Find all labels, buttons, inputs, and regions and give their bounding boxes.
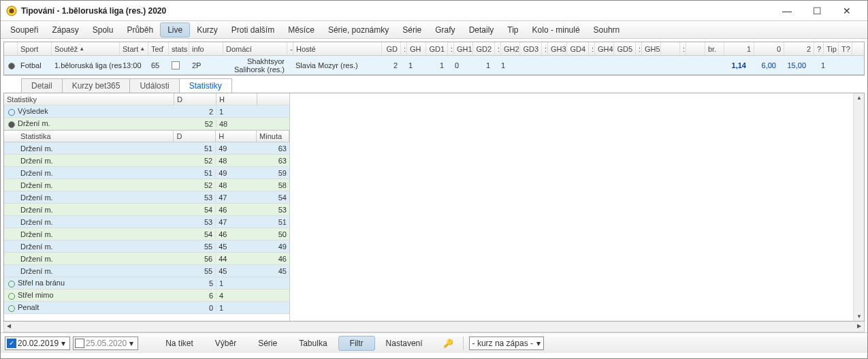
summary-row[interactable]: Střel mimo64 <box>4 290 289 302</box>
chevron-down-icon[interactable]: ▾ <box>59 339 68 348</box>
menu-série[interactable]: Série <box>396 21 428 38</box>
match-row[interactable]: Fotbal 1.běloruská liga (res 13:00 65 2P… <box>4 56 864 75</box>
menu-tip[interactable]: Tip <box>500 21 525 38</box>
menu-zápasy[interactable]: Zápasy <box>45 21 85 38</box>
vertical-scrollbar[interactable] <box>853 93 864 321</box>
menu-souhrn[interactable]: Souhrn <box>587 21 627 38</box>
detail-row[interactable]: Držení m.544650 <box>4 228 289 240</box>
chevron-down-icon: ▾ <box>536 339 541 348</box>
toolbar-série[interactable]: Série <box>247 336 288 351</box>
detail-row[interactable]: Držení m.534754 <box>4 191 289 204</box>
col-dash: - <box>287 42 293 55</box>
summary-row[interactable]: Výsledek21 <box>4 106 289 118</box>
menu-grafy[interactable]: Grafy <box>428 21 462 38</box>
menu-kolo - minulé[interactable]: Kolo - minulé <box>526 21 587 38</box>
tab-události[interactable]: Události <box>129 78 179 93</box>
tab-kurzy-bet365[interactable]: Kurzy bet365 <box>62 78 131 93</box>
menu-live[interactable]: Live <box>160 22 190 37</box>
odds-select[interactable]: - kurz na zápas - ▾ <box>469 337 544 350</box>
summary-row[interactable]: Držení m.5248 <box>4 118 289 130</box>
app-icon <box>6 5 17 16</box>
titlebar: Tipování - 1.běloruská liga (res.) 2020 … <box>1 1 867 21</box>
key-icon[interactable]: 🔑 <box>443 339 453 348</box>
menu-spolu[interactable]: Spolu <box>86 21 120 38</box>
menu-průběh[interactable]: Průběh <box>120 21 160 38</box>
menu-proti dalším[interactable]: Proti dalším <box>225 21 281 38</box>
col-hoste[interactable]: Hosté <box>293 42 382 55</box>
tab-statistiky[interactable]: Statistiky <box>179 78 232 93</box>
col-stats[interactable]: stats <box>169 42 189 55</box>
col-info[interactable]: info <box>189 42 223 55</box>
col-ted[interactable]: Teď <box>148 42 169 55</box>
detail-row[interactable]: Držení m.514959 <box>4 167 289 179</box>
detail-tabs: DetailKurzy bet365UdálostiStatistiky <box>21 78 867 93</box>
col-domaci[interactable]: Domácí <box>223 42 287 55</box>
minimize-button[interactable]: — <box>772 1 802 21</box>
expand-icon[interactable] <box>8 109 15 116</box>
date-from[interactable]: ✓ 20.02.2019 ▾ <box>5 337 70 350</box>
menu-kurzy[interactable]: Kurzy <box>190 21 225 38</box>
bottom-toolbar: ✓ 20.02.2019 ▾ 25.05.2020 ▾ Na tiketVýbě… <box>1 332 867 353</box>
col-start[interactable]: Start▲ <box>120 42 148 55</box>
expand-icon[interactable] <box>8 305 15 312</box>
chevron-down-icon[interactable]: ▾ <box>127 339 136 348</box>
menu-soupeři[interactable]: Soupeři <box>3 21 45 38</box>
detail-row[interactable]: Držení m.524858 <box>4 179 289 191</box>
detail-row[interactable]: Držení m.514963 <box>4 142 289 155</box>
maximize-button[interactable]: ☐ <box>802 1 832 21</box>
detail-row[interactable]: Držení m.564446 <box>4 253 289 265</box>
summary-row[interactable]: Penalt01 <box>4 302 289 314</box>
detail-row[interactable]: Držení m.554545 <box>4 265 289 277</box>
stats-panel: Statistiky D H Výsledek21Držení m.5248 S… <box>3 93 865 322</box>
date-to[interactable]: 25.05.2020 ▾ <box>73 337 138 350</box>
refresh-icon <box>8 63 15 69</box>
col-soutez[interactable]: Soutěž▲ <box>52 42 120 55</box>
detail-row[interactable]: Držení m.554549 <box>4 240 289 253</box>
toolbar-nastavení[interactable]: Nastavení <box>375 336 434 351</box>
menu-detaily[interactable]: Detaily <box>462 21 501 38</box>
col-sport[interactable]: Sport <box>18 42 52 55</box>
toolbar-filtr[interactable]: Filtr <box>338 336 375 351</box>
detail-row[interactable]: Držení m.524863 <box>4 155 289 167</box>
svg-point-1 <box>10 8 14 13</box>
stats-inner-header: Statistika D H Minuta <box>4 130 289 142</box>
detail-row[interactable]: Držení m.534751 <box>4 216 289 228</box>
toolbar-tabulka[interactable]: Tabulka <box>288 336 338 351</box>
expand-icon[interactable] <box>8 121 15 128</box>
stats-checkbox[interactable] <box>172 61 180 69</box>
menu-série, poznámky[interactable]: Série, poznámky <box>321 21 396 38</box>
grid-header: Sport Soutěž▲ Start▲ Teď stats info Domá… <box>4 42 864 56</box>
close-button[interactable]: ✕ <box>832 1 862 21</box>
menubar: SoupeřiZápasySpoluPrůběhLiveKurzyProti d… <box>1 21 867 39</box>
tab-detail[interactable]: Detail <box>21 78 63 93</box>
toolbar-na-tiket[interactable]: Na tiket <box>155 336 204 351</box>
stats-header: Statistiky D H <box>4 93 289 106</box>
expand-icon[interactable] <box>8 281 15 287</box>
summary-row[interactable]: Střel na bránu51 <box>4 277 289 290</box>
menu-měsíce[interactable]: Měsíce <box>281 21 321 38</box>
detail-row[interactable]: Držení m.544653 <box>4 204 289 216</box>
window-title: Tipování - 1.běloruská liga (res.) 2020 <box>21 6 166 16</box>
toolbar-výběr[interactable]: Výběr <box>204 336 247 351</box>
expand-icon[interactable] <box>8 293 15 300</box>
match-grid: Sport Soutěž▲ Start▲ Teď stats info Domá… <box>3 42 865 76</box>
horizontal-scrollbar[interactable] <box>3 322 865 332</box>
